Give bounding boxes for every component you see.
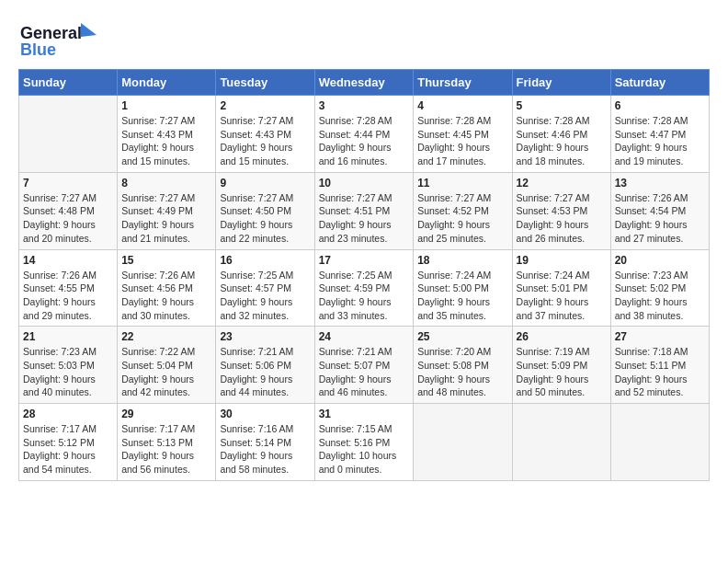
day-info: Sunrise: 7:27 AM Sunset: 4:43 PM Dayligh…	[121, 114, 211, 168]
calendar-cell: 29Sunrise: 7:17 AM Sunset: 5:13 PM Dayli…	[118, 404, 216, 481]
calendar-cell: 27Sunrise: 7:18 AM Sunset: 5:11 PM Dayli…	[610, 327, 709, 404]
calendar-cell	[610, 404, 709, 481]
calendar-cell: 20Sunrise: 7:23 AM Sunset: 5:02 PM Dayli…	[610, 249, 709, 327]
day-number: 27	[615, 330, 705, 343]
calendar-cell: 26Sunrise: 7:19 AM Sunset: 5:09 PM Dayli…	[512, 327, 610, 404]
day-info: Sunrise: 7:27 AM Sunset: 4:43 PM Dayligh…	[220, 114, 310, 168]
day-info: Sunrise: 7:24 AM Sunset: 5:01 PM Dayligh…	[517, 269, 607, 323]
day-number: 10	[319, 177, 410, 190]
day-info: Sunrise: 7:25 AM Sunset: 4:57 PM Dayligh…	[220, 269, 310, 323]
svg-marker-2	[81, 23, 97, 37]
day-number: 25	[417, 330, 507, 343]
day-info: Sunrise: 7:27 AM Sunset: 4:53 PM Dayligh…	[517, 191, 607, 246]
calendar-cell: 11Sunrise: 7:27 AM Sunset: 4:52 PM Dayli…	[414, 172, 512, 249]
svg-text:General: General	[20, 24, 82, 42]
weekday-header: Monday	[118, 70, 216, 96]
logo: GeneralBlue	[18, 18, 101, 60]
day-info: Sunrise: 7:23 AM Sunset: 5:03 PM Dayligh…	[23, 345, 113, 399]
day-number: 20	[615, 254, 705, 267]
calendar-cell: 15Sunrise: 7:26 AM Sunset: 4:56 PM Dayli…	[118, 249, 216, 327]
day-info: Sunrise: 7:21 AM Sunset: 5:06 PM Dayligh…	[220, 345, 310, 399]
weekday-header: Wednesday	[314, 70, 414, 96]
day-number: 31	[319, 408, 410, 420]
calendar-week-row: 14Sunrise: 7:26 AM Sunset: 4:55 PM Dayli…	[19, 249, 710, 327]
calendar-week-row: 7Sunrise: 7:27 AM Sunset: 4:48 PM Daylig…	[19, 172, 710, 249]
calendar-cell: 8Sunrise: 7:27 AM Sunset: 4:49 PM Daylig…	[118, 172, 216, 249]
calendar-week-row: 21Sunrise: 7:23 AM Sunset: 5:03 PM Dayli…	[19, 327, 710, 404]
day-number: 17	[319, 254, 410, 267]
calendar-cell: 14Sunrise: 7:26 AM Sunset: 4:55 PM Dayli…	[19, 249, 118, 327]
calendar-cell: 9Sunrise: 7:27 AM Sunset: 4:50 PM Daylig…	[216, 172, 314, 249]
logo-svg: GeneralBlue	[18, 18, 101, 60]
weekday-header: Sunday	[19, 70, 118, 96]
day-number: 21	[23, 330, 113, 343]
day-info: Sunrise: 7:27 AM Sunset: 4:50 PM Dayligh…	[220, 191, 310, 246]
day-number: 19	[517, 254, 607, 267]
weekday-header: Tuesday	[216, 70, 314, 96]
calendar-cell: 31Sunrise: 7:15 AM Sunset: 5:16 PM Dayli…	[314, 404, 414, 481]
day-info: Sunrise: 7:16 AM Sunset: 5:14 PM Dayligh…	[220, 422, 310, 477]
day-number: 2	[220, 99, 310, 112]
page-header: GeneralBlue	[18, 18, 710, 60]
calendar-week-row: 1Sunrise: 7:27 AM Sunset: 4:43 PM Daylig…	[19, 96, 710, 173]
calendar-table: SundayMondayTuesdayWednesdayThursdayFrid…	[18, 69, 710, 481]
calendar-cell: 18Sunrise: 7:24 AM Sunset: 5:00 PM Dayli…	[414, 249, 512, 327]
day-info: Sunrise: 7:21 AM Sunset: 5:07 PM Dayligh…	[319, 345, 410, 399]
day-number: 15	[121, 254, 211, 267]
day-info: Sunrise: 7:28 AM Sunset: 4:47 PM Dayligh…	[615, 114, 705, 168]
day-number: 14	[23, 254, 113, 267]
day-number: 29	[121, 408, 211, 420]
day-number: 24	[319, 330, 410, 343]
day-number: 3	[319, 99, 410, 112]
day-info: Sunrise: 7:22 AM Sunset: 5:04 PM Dayligh…	[121, 345, 211, 399]
calendar-cell: 13Sunrise: 7:26 AM Sunset: 4:54 PM Dayli…	[610, 172, 709, 249]
day-number: 13	[615, 177, 705, 190]
day-number: 11	[417, 177, 507, 190]
day-info: Sunrise: 7:27 AM Sunset: 4:49 PM Dayligh…	[121, 191, 211, 246]
day-info: Sunrise: 7:17 AM Sunset: 5:12 PM Dayligh…	[23, 422, 113, 477]
day-info: Sunrise: 7:27 AM Sunset: 4:48 PM Dayligh…	[23, 191, 113, 246]
day-number: 5	[517, 99, 607, 112]
calendar-cell: 23Sunrise: 7:21 AM Sunset: 5:06 PM Dayli…	[216, 327, 314, 404]
calendar-cell: 2Sunrise: 7:27 AM Sunset: 4:43 PM Daylig…	[216, 96, 314, 173]
day-info: Sunrise: 7:20 AM Sunset: 5:08 PM Dayligh…	[417, 345, 507, 399]
calendar-cell: 22Sunrise: 7:22 AM Sunset: 5:04 PM Dayli…	[118, 327, 216, 404]
calendar-cell: 25Sunrise: 7:20 AM Sunset: 5:08 PM Dayli…	[414, 327, 512, 404]
day-number: 6	[615, 99, 705, 112]
day-number: 26	[517, 330, 607, 343]
calendar-cell: 12Sunrise: 7:27 AM Sunset: 4:53 PM Dayli…	[512, 172, 610, 249]
header-row: SundayMondayTuesdayWednesdayThursdayFrid…	[19, 70, 710, 96]
day-number: 18	[417, 254, 507, 267]
calendar-cell: 17Sunrise: 7:25 AM Sunset: 4:59 PM Dayli…	[314, 249, 414, 327]
weekday-header: Saturday	[610, 70, 709, 96]
day-info: Sunrise: 7:28 AM Sunset: 4:45 PM Dayligh…	[417, 114, 507, 168]
calendar-header: SundayMondayTuesdayWednesdayThursdayFrid…	[19, 70, 710, 96]
day-number: 22	[121, 330, 211, 343]
day-number: 23	[220, 330, 310, 343]
day-info: Sunrise: 7:27 AM Sunset: 4:52 PM Dayligh…	[417, 191, 507, 246]
day-number: 9	[220, 177, 310, 190]
day-info: Sunrise: 7:28 AM Sunset: 4:46 PM Dayligh…	[517, 114, 607, 168]
calendar-cell: 30Sunrise: 7:16 AM Sunset: 5:14 PM Dayli…	[216, 404, 314, 481]
day-info: Sunrise: 7:23 AM Sunset: 5:02 PM Dayligh…	[615, 269, 705, 323]
day-number: 7	[23, 177, 113, 190]
day-info: Sunrise: 7:18 AM Sunset: 5:11 PM Dayligh…	[615, 345, 705, 399]
calendar-cell: 28Sunrise: 7:17 AM Sunset: 5:12 PM Dayli…	[19, 404, 118, 481]
day-info: Sunrise: 7:28 AM Sunset: 4:44 PM Dayligh…	[319, 114, 410, 168]
calendar-cell: 24Sunrise: 7:21 AM Sunset: 5:07 PM Dayli…	[314, 327, 414, 404]
calendar-cell: 7Sunrise: 7:27 AM Sunset: 4:48 PM Daylig…	[19, 172, 118, 249]
calendar-cell: 5Sunrise: 7:28 AM Sunset: 4:46 PM Daylig…	[512, 96, 610, 173]
day-info: Sunrise: 7:26 AM Sunset: 4:55 PM Dayligh…	[23, 269, 113, 323]
day-number: 1	[121, 99, 211, 112]
day-number: 8	[121, 177, 211, 190]
calendar-cell: 6Sunrise: 7:28 AM Sunset: 4:47 PM Daylig…	[610, 96, 709, 173]
day-info: Sunrise: 7:26 AM Sunset: 4:56 PM Dayligh…	[121, 269, 211, 323]
day-info: Sunrise: 7:19 AM Sunset: 5:09 PM Dayligh…	[517, 345, 607, 399]
day-info: Sunrise: 7:27 AM Sunset: 4:51 PM Dayligh…	[319, 191, 410, 246]
day-info: Sunrise: 7:26 AM Sunset: 4:54 PM Dayligh…	[615, 191, 705, 246]
calendar-cell	[512, 404, 610, 481]
calendar-cell: 19Sunrise: 7:24 AM Sunset: 5:01 PM Dayli…	[512, 249, 610, 327]
calendar-cell: 1Sunrise: 7:27 AM Sunset: 4:43 PM Daylig…	[118, 96, 216, 173]
calendar-body: 1Sunrise: 7:27 AM Sunset: 4:43 PM Daylig…	[19, 96, 710, 481]
day-info: Sunrise: 7:15 AM Sunset: 5:16 PM Dayligh…	[319, 422, 410, 477]
